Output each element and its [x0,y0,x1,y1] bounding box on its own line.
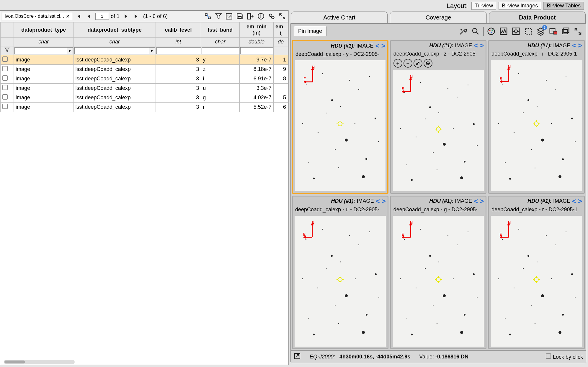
toolbar-divider [483,27,484,36]
svg-text:N: N [410,75,413,79]
image-view[interactable]: N E [295,60,386,191]
tools-icon[interactable] [458,26,468,36]
svg-point-28 [338,122,342,126]
popout-icon[interactable] [294,353,301,361]
prev-hdu-icon[interactable]: < [376,198,380,205]
zoom-in-icon[interactable]: + [393,59,402,68]
table-row[interactable]: imagelsst.deepCoadd_calexp 3i 6.91e-78 [1,74,288,84]
image-tile[interactable]: HDU (#1): IMAGE < > deepCoadd_calexp - z… [390,40,487,194]
svg-text:E: E [500,76,502,81]
next-hdu-icon[interactable]: > [578,42,582,49]
close-icon[interactable]: ✕ [66,14,70,19]
filter-dd-1[interactable]: ▾ [149,47,155,54]
image-tile[interactable]: HDU (#1): IMAGE < > deepCoadd_calexp - y… [292,40,388,194]
tab-active-chart[interactable]: Active Chart [291,12,388,23]
filter-input-4[interactable] [240,47,273,54]
image-view[interactable]: N E [491,60,582,191]
expand-panel-icon[interactable] [573,26,583,36]
color-icon[interactable] [486,26,496,36]
zoom-1to1-icon[interactable]: ⊝ [424,59,432,68]
row-checkbox[interactable] [2,66,8,71]
layout-biview-images-button[interactable]: Bi-view Images [499,2,541,10]
pin-image-button[interactable]: Pin Image [294,26,326,36]
svg-text:N: N [311,221,314,225]
next-hdu-icon[interactable]: > [381,42,386,49]
image-tile[interactable]: HDU (#1): IMAGE < > deepCoadd_calexp - r… [488,196,585,350]
next-hdu-icon[interactable]: > [480,198,484,205]
image-tile[interactable]: HDU (#1): IMAGE < > deepCoadd_calexp - i… [488,40,585,194]
col-dataproduct-type[interactable]: dataproduct_type [14,22,74,38]
col-em[interactable]: em_( [273,22,288,38]
prev-hdu-icon[interactable]: < [474,198,478,205]
text-view-icon[interactable]: TEXTT [225,12,233,20]
filter-input-2[interactable] [156,47,201,54]
filter-input-0[interactable] [14,47,67,54]
lock-image-icon[interactable] [548,26,558,36]
svg-rect-3 [238,17,241,19]
prev-hdu-icon[interactable]: < [375,42,380,49]
image-view[interactable]: N E [491,216,582,347]
table-row[interactable]: imagelsst.deepCoadd_calexp 3z 8.18e-79 [1,65,288,74]
save-icon[interactable] [236,12,244,20]
svg-text:E: E [402,232,404,237]
col-dataproduct-subtype[interactable]: dataproduct_subtype [74,22,156,38]
restore-icon[interactable] [561,26,571,36]
filter-icon[interactable] [214,12,223,20]
filter-input-3[interactable] [202,47,239,54]
data-table: dataproduct_type dataproduct_subtype cal… [0,22,288,112]
pan-icon[interactable] [204,12,212,20]
table-row[interactable]: imagelsst.deepCoadd_calexp 3y 9.7e-71 [1,55,288,65]
row-checkbox[interactable] [2,56,8,62]
filter-dd-0[interactable]: ▾ [67,47,73,54]
col-calib-level[interactable]: calib_level [156,22,201,38]
settings-icon[interactable] [267,12,276,20]
image-view[interactable]: N E [393,70,484,191]
page-input[interactable] [95,13,109,20]
select-region-icon[interactable] [523,26,533,36]
zoom-icon[interactable] [471,26,481,36]
prev-page-icon[interactable] [85,12,93,20]
tab-data-product[interactable]: Data Product [489,12,586,23]
image-view[interactable]: N E [393,216,484,347]
add-column-icon[interactable] [246,12,254,20]
recenter-icon[interactable] [511,26,521,36]
tab-coverage[interactable]: Coverage [390,12,486,23]
lock-by-click[interactable]: Lock by click [546,353,583,360]
layout-triview-button[interactable]: Tri-view [471,2,496,10]
table-tab-label: ivoa.ObsCore - data.lsst.cl... [5,14,64,19]
table-row[interactable]: imagelsst.deepCoadd_calexp 3r 5.52e-76 [1,103,288,112]
table-row[interactable]: imagelsst.deepCoadd_calexp 3g 4.02e-75 [1,93,288,103]
next-hdu-icon[interactable]: > [382,198,386,205]
row-checkbox[interactable] [2,94,8,100]
table-tab[interactable]: ivoa.ObsCore - data.lsst.cl... ✕ [2,13,72,20]
table-row[interactable]: imagelsst.deepCoadd_calexp 3u 3.3e-7 [1,84,288,93]
pixel-value: -0.186816 DN [435,354,468,360]
expand-icon[interactable] [278,12,286,20]
row-checkbox[interactable] [2,104,8,109]
layout-biview-tables-button[interactable]: Bi-view Tables [543,2,584,10]
last-page-icon[interactable] [133,12,141,20]
next-page-icon[interactable] [122,12,130,20]
row-checkbox[interactable] [2,85,8,90]
svg-point-13 [491,32,492,33]
image-view[interactable]: N E [295,216,386,347]
next-hdu-icon[interactable]: > [480,42,484,49]
zoom-fit-icon[interactable]: ⤢ [414,59,422,68]
horizontal-scrollbar[interactable] [4,360,75,364]
info-icon[interactable]: i [257,12,265,20]
filter-funnel-icon[interactable] [4,48,10,54]
image-tile[interactable]: HDU (#1): IMAGE < > deepCoadd_calexp - g… [390,196,487,350]
prev-hdu-icon[interactable]: < [474,42,478,49]
stretch-icon[interactable] [499,26,509,36]
prev-hdu-icon[interactable]: < [572,42,576,49]
prev-hdu-icon[interactable]: < [572,198,576,205]
next-hdu-icon[interactable]: > [578,198,582,205]
zoom-out-icon[interactable]: − [404,59,412,68]
first-page-icon[interactable] [74,12,82,20]
col-lsst-band[interactable]: lsst_band [201,22,240,38]
col-em-min[interactable]: em_min(m) [240,22,274,38]
filter-input-1[interactable] [74,47,149,54]
image-tile[interactable]: HDU (#1): IMAGE < > deepCoadd_calexp - u… [292,196,388,350]
row-checkbox[interactable] [2,75,8,81]
layers-icon[interactable]: 3 [536,26,546,36]
